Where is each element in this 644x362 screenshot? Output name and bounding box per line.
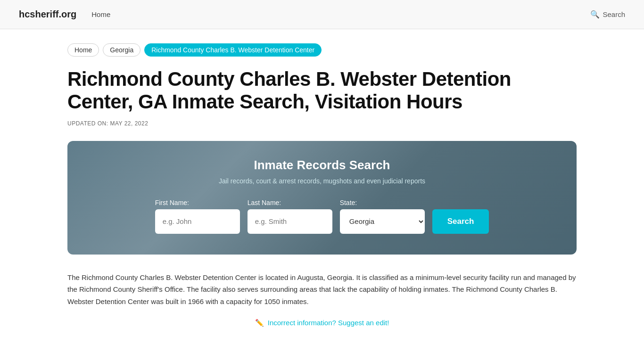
last-name-input[interactable] [248,209,332,234]
inmate-search-widget: Inmate Records Search Jail records, cour… [67,141,577,255]
incorrect-info-link[interactable]: Incorrect information? Suggest an edit! [268,319,389,327]
updated-date: UPDATED ON: MAY 22, 2022 [67,120,577,127]
last-name-label: Last Name: [248,199,332,206]
search-widget-title: Inmate Records Search [96,158,548,173]
navbar-search-label[interactable]: Search [603,10,625,18]
breadcrumb-current: Richmond County Charles B. Webster Deten… [144,43,322,57]
site-logo[interactable]: hcsheriff.org [19,9,76,20]
breadcrumb-home[interactable]: Home [67,43,99,57]
page-title: Richmond County Charles B. Webster Deten… [67,68,577,114]
navbar-search[interactable]: 🔍 Search [590,10,625,19]
last-name-group: Last Name: [248,199,332,234]
first-name-group: First Name: [155,199,240,234]
state-label: State: [340,199,425,206]
breadcrumb-state[interactable]: Georgia [103,43,140,57]
first-name-label: First Name: [155,199,240,206]
navbar-left: hcsheriff.org Home [19,9,110,20]
search-widget-subtitle: Jail records, court & arrest records, mu… [96,177,548,185]
state-group: State: AlabamaAlaskaArizonaArkansasCalif… [340,199,425,234]
navbar: hcsheriff.org Home 🔍 Search [0,0,644,29]
search-form: First Name: Last Name: State: AlabamaAla… [96,199,548,234]
pencil-icon: ✏️ [255,319,264,327]
nav-home-link[interactable]: Home [91,10,110,18]
main-content: Home Georgia Richmond County Charles B. … [49,29,595,346]
search-icon: 🔍 [590,10,600,19]
facility-description: The Richmond County Charles B. Webster D… [67,272,577,308]
breadcrumb: Home Georgia Richmond County Charles B. … [67,43,577,57]
search-button[interactable]: Search [432,209,489,234]
incorrect-info-section: ✏️ Incorrect information? Suggest an edi… [67,319,577,327]
first-name-input[interactable] [155,209,240,234]
state-select[interactable]: AlabamaAlaskaArizonaArkansasCaliforniaCo… [340,209,425,234]
